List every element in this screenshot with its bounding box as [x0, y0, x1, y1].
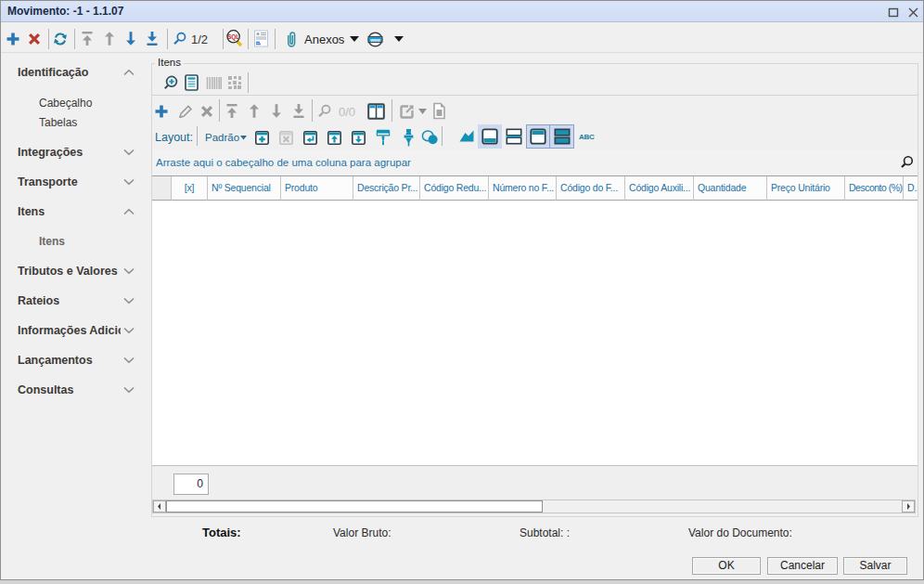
svg-text:www: www: [369, 38, 380, 43]
svg-text:SQL: SQL: [227, 33, 239, 41]
